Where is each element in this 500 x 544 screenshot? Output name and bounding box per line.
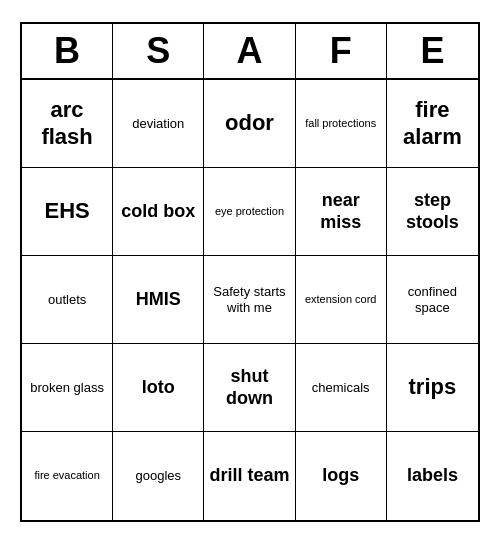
cell-text-15: broken glass [30, 380, 104, 396]
bingo-cell-0[interactable]: arc flash [22, 80, 113, 168]
bingo-cell-9[interactable]: step stools [387, 168, 478, 256]
bingo-cell-10[interactable]: outlets [22, 256, 113, 344]
cell-text-12: Safety starts with me [208, 284, 290, 315]
header-letter-a: A [204, 24, 295, 78]
cell-text-21: googles [136, 468, 182, 484]
cell-text-4: fire alarm [391, 97, 474, 150]
bingo-cell-17[interactable]: shut down [204, 344, 295, 432]
bingo-cell-12[interactable]: Safety starts with me [204, 256, 295, 344]
cell-text-2: odor [225, 110, 274, 136]
bingo-cell-1[interactable]: deviation [113, 80, 204, 168]
bingo-cell-19[interactable]: trips [387, 344, 478, 432]
bingo-cell-4[interactable]: fire alarm [387, 80, 478, 168]
bingo-cell-22[interactable]: drill team [204, 432, 295, 520]
header-row: BSAFE [22, 24, 478, 80]
cell-text-6: cold box [121, 201, 195, 223]
cell-text-18: chemicals [312, 380, 370, 396]
bingo-cell-23[interactable]: logs [296, 432, 387, 520]
bingo-cell-3[interactable]: fall protections [296, 80, 387, 168]
bingo-cell-8[interactable]: near miss [296, 168, 387, 256]
header-letter-e: E [387, 24, 478, 78]
header-letter-b: B [22, 24, 113, 78]
bingo-card: BSAFE arc flashdeviationodorfall protect… [20, 22, 480, 522]
cell-text-0: arc flash [26, 97, 108, 150]
cell-text-16: loto [142, 377, 175, 399]
cell-text-5: EHS [44, 198, 89, 224]
cell-text-19: trips [409, 374, 457, 400]
cell-text-14: confined space [391, 284, 474, 315]
bingo-cell-21[interactable]: googles [113, 432, 204, 520]
cell-text-7: eye protection [215, 205, 284, 218]
header-letter-s: S [113, 24, 204, 78]
cell-text-13: extension cord [305, 293, 377, 306]
cell-text-23: logs [322, 465, 359, 487]
cell-text-8: near miss [300, 190, 382, 233]
bingo-grid: arc flashdeviationodorfall protectionsfi… [22, 80, 478, 520]
bingo-cell-11[interactable]: HMIS [113, 256, 204, 344]
bingo-cell-13[interactable]: extension cord [296, 256, 387, 344]
bingo-cell-15[interactable]: broken glass [22, 344, 113, 432]
cell-text-11: HMIS [136, 289, 181, 311]
cell-text-22: drill team [209, 465, 289, 487]
cell-text-9: step stools [391, 190, 474, 233]
bingo-cell-2[interactable]: odor [204, 80, 295, 168]
bingo-cell-6[interactable]: cold box [113, 168, 204, 256]
cell-text-10: outlets [48, 292, 86, 308]
header-letter-f: F [296, 24, 387, 78]
cell-text-20: fire evacation [34, 469, 99, 482]
cell-text-3: fall protections [305, 117, 376, 130]
cell-text-1: deviation [132, 116, 184, 132]
bingo-cell-24[interactable]: labels [387, 432, 478, 520]
bingo-cell-18[interactable]: chemicals [296, 344, 387, 432]
bingo-cell-20[interactable]: fire evacation [22, 432, 113, 520]
cell-text-24: labels [407, 465, 458, 487]
cell-text-17: shut down [208, 366, 290, 409]
bingo-cell-5[interactable]: EHS [22, 168, 113, 256]
bingo-cell-14[interactable]: confined space [387, 256, 478, 344]
bingo-cell-7[interactable]: eye protection [204, 168, 295, 256]
bingo-cell-16[interactable]: loto [113, 344, 204, 432]
